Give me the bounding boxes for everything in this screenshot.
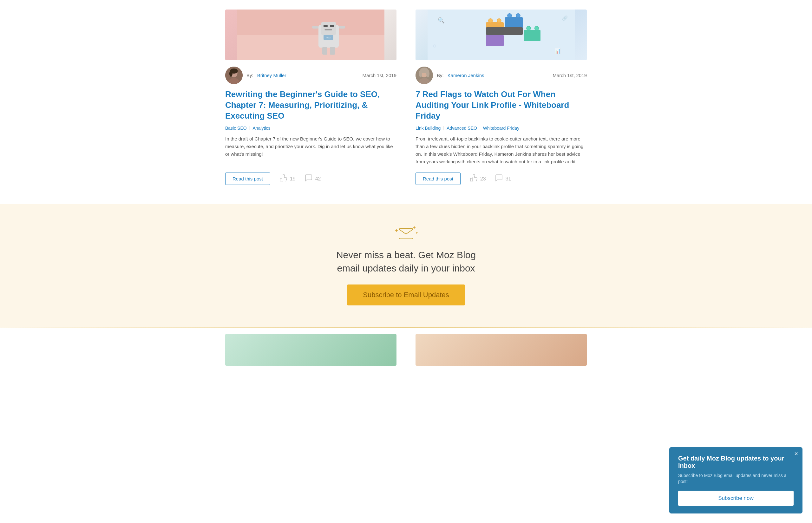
svg-point-49 [426,70,430,77]
like-icon-2 [470,175,478,183]
divider-line [0,327,812,328]
tag-advanced-seo[interactable]: Advanced SEO [447,126,477,131]
svg-text:moz: moz [326,36,330,39]
svg-point-48 [419,70,422,77]
bottom-img-left [225,334,396,366]
svg-rect-6 [324,29,332,30]
subscribe-icon-area [10,223,802,243]
post-1-avatar-image [225,67,242,84]
post-2-read-btn[interactable]: Read this post [416,173,461,185]
post-2-actions: Read this post 23 31 [416,173,587,185]
svg-rect-39 [524,30,541,41]
svg-rect-4 [324,25,328,27]
post-2-comment-count: 31 [506,176,511,182]
tag-separator-2a: | [443,126,444,131]
svg-rect-3 [321,22,336,35]
comment-icon-1 [305,175,313,183]
post-1-by-label: By: [247,73,253,78]
svg-rect-1 [237,10,384,35]
post-1-comments: 42 [305,175,321,183]
post-2-author-info: By: Kameron Jenkins [416,67,484,84]
svg-point-43 [535,26,538,30]
comment-icon-2 [495,175,503,183]
post-image-2: 🔍 📊 ⚙ 🔗 [416,10,587,60]
post-2-author-name[interactable]: Kameron Jenkins [448,73,484,78]
svg-point-17 [229,70,233,77]
post-2-author-row: By: Kameron Jenkins March 1st, 2019 [416,67,587,84]
email-icon [393,223,419,242]
svg-rect-5 [330,25,334,27]
subscribe-headline: Never miss a beat. Get Moz Blog email up… [10,248,802,275]
main-content: moz [216,0,596,204]
post-1-author-name[interactable]: Britney Muller [257,73,286,78]
svg-rect-33 [486,35,504,46]
post-1-actions: Read this post 19 42 [225,173,396,185]
post-1-date: March 1st, 2019 [362,73,396,78]
tag-separator-1: | [249,126,250,131]
post-2-comments: 31 [495,175,511,183]
svg-point-32 [517,14,520,17]
tag-separator-2b: | [480,126,481,131]
svg-text:📊: 📊 [555,48,561,54]
post-1-title: Rewriting the Beginner's Guide to SEO, C… [225,89,396,121]
tag-link-building[interactable]: Link Building [416,126,440,131]
post-1-excerpt: In the draft of Chapter 7 of the new Beg… [225,135,396,158]
bottom-preview [0,328,812,366]
post-2-date: March 1st, 2019 [553,73,587,78]
post-2-title: 7 Red Flags to Watch Out For When Auditi… [416,89,587,121]
svg-text:🔍: 🔍 [438,17,445,24]
post-1-likes: 19 [280,175,295,183]
tag-whiteboard-friday[interactable]: Whiteboard Friday [483,126,519,131]
post-1-tags: Basic SEO | Analytics [225,126,396,131]
svg-point-27 [497,19,501,22]
post-image-1: moz [225,10,396,60]
svg-rect-7 [312,26,319,29]
post-1-author-info: By: Britney Muller [225,67,286,84]
post-1-author-row: By: Britney Muller March 1st, 2019 [225,67,396,84]
post-2-excerpt: From irrelevant, off-topic backlinks to … [416,135,587,165]
post-card-2: 🔍 📊 ⚙ 🔗 [416,10,587,185]
svg-text:⚙: ⚙ [433,43,437,49]
subscribe-email-btn[interactable]: Subscribe to Email Updates [347,285,465,305]
bottom-img-right [416,334,587,366]
svg-point-25 [489,19,492,22]
post-1-read-btn[interactable]: Read this post [225,173,270,185]
tag-basic-seo[interactable]: Basic SEO [225,126,247,131]
lego-illustration: 🔍 📊 ⚙ 🔗 [416,10,587,60]
post-2-by-label: By: [437,73,444,78]
svg-point-30 [508,14,511,17]
svg-rect-38 [486,27,523,35]
bottom-grid [216,328,596,366]
post-2-avatar-image [416,67,433,84]
posts-grid: moz [225,0,587,204]
like-icon-1 [280,175,287,183]
svg-rect-8 [339,26,345,29]
tag-analytics[interactable]: Analytics [253,126,271,131]
post-2-tags: Link Building | Advanced SEO | Whiteboar… [416,126,587,131]
svg-text:🔗: 🔗 [562,15,568,21]
post-1-like-count: 19 [290,176,295,182]
subscribe-section: Never miss a beat. Get Moz Blog email up… [0,204,812,328]
svg-point-41 [527,26,530,30]
post-card-1: moz [225,10,396,185]
svg-rect-28 [505,17,523,29]
post-2-avatar [416,67,433,84]
post-1-comment-count: 42 [315,176,321,182]
post-1-avatar [225,67,242,84]
post-2-likes: 23 [470,175,486,183]
robot-illustration: moz [225,10,396,60]
post-2-like-count: 23 [480,176,486,182]
svg-rect-10 [330,47,335,55]
svg-rect-9 [322,47,327,55]
